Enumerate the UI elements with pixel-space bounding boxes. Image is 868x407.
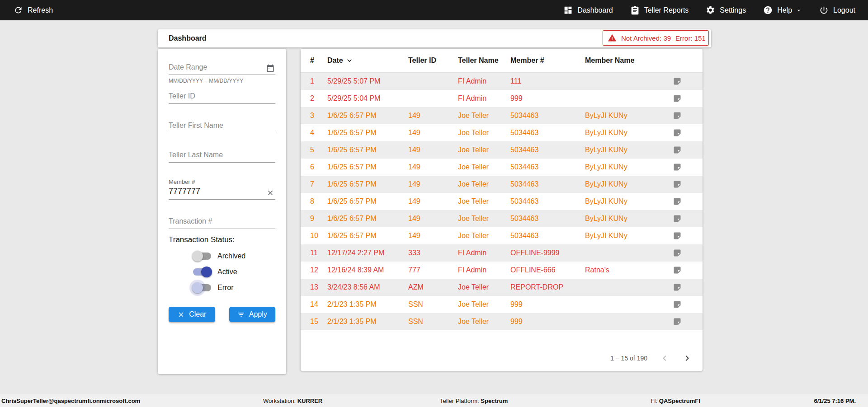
date-range-group: MM/DD/YYYY – MM/DD/YYYY xyxy=(169,61,275,84)
top-navigation-bar: Refresh Dashboard Teller Reports Setting… xyxy=(0,0,868,20)
row-date: 1/6/25 6:57 PM xyxy=(327,232,408,240)
nav-logout[interactable]: Logout xyxy=(819,5,855,15)
chevron-left-icon xyxy=(659,353,670,364)
member-number-input[interactable] xyxy=(169,186,275,200)
note-icon[interactable] xyxy=(673,266,682,275)
nav-help[interactable]: Help xyxy=(763,5,802,15)
row-teller-name: Joe Teller xyxy=(458,232,510,240)
nav-label: Logout xyxy=(833,6,855,14)
current-datetime: 6/1/25 7:16 PM. xyxy=(814,398,856,404)
table-row[interactable]: 4 1/6/25 6:57 PM 149 Joe Teller 5034463 … xyxy=(301,124,703,141)
error-count: Error: 151 xyxy=(675,34,706,42)
table-row[interactable]: 7 1/6/25 6:57 PM 149 Joe Teller 5034463 … xyxy=(301,176,703,193)
teller-first-name-group xyxy=(169,120,275,133)
next-page-button[interactable] xyxy=(682,353,693,364)
nav-dashboard[interactable]: Dashboard xyxy=(563,5,613,15)
previous-page-button[interactable] xyxy=(659,353,670,364)
note-icon[interactable] xyxy=(673,180,682,189)
note-icon[interactable] xyxy=(673,128,682,137)
clear-button[interactable]: Clear xyxy=(169,307,215,322)
table-row[interactable]: 1 5/29/25 5:07 PM FI Admin 111 xyxy=(301,73,703,90)
note-icon[interactable] xyxy=(673,111,682,120)
row-teller-name: Joe Teller xyxy=(458,318,510,326)
table-row[interactable]: 3 1/6/25 6:57 PM 149 Joe Teller 5034463 … xyxy=(301,107,703,124)
table-row[interactable]: 6 1/6/25 6:57 PM 149 Joe Teller 5034463 … xyxy=(301,159,703,176)
row-date: 1/6/25 6:57 PM xyxy=(327,215,408,223)
row-date: 12/17/24 2:27 PM xyxy=(327,249,408,257)
calendar-icon[interactable] xyxy=(266,64,274,72)
row-number: 15 xyxy=(310,318,327,326)
note-icon[interactable] xyxy=(673,300,682,309)
row-date: 3/24/23 8:56 AM xyxy=(327,283,408,291)
pagination: 1 – 15 of 190 xyxy=(610,353,693,364)
error-toggle[interactable] xyxy=(193,284,211,291)
table-row[interactable]: 9 1/6/25 6:57 PM 149 Joe Teller 5034463 … xyxy=(301,210,703,227)
col-member-name: Member Name xyxy=(585,56,673,65)
note-icon[interactable] xyxy=(673,214,682,223)
row-teller-name: Joe Teller xyxy=(458,163,510,171)
row-teller-id: 149 xyxy=(408,163,458,171)
teller-last-name-input[interactable] xyxy=(169,149,275,163)
row-member-name: ByLyJI KUNy xyxy=(585,112,673,120)
table-row[interactable]: 8 1/6/25 6:57 PM 149 Joe Teller 5034463 … xyxy=(301,193,703,210)
nav-settings[interactable]: Settings xyxy=(706,5,746,15)
date-format-hint: MM/DD/YYYY – MM/DD/YYYY xyxy=(169,78,275,84)
row-member-name: ByLyJI KUNy xyxy=(585,163,673,171)
date-range-input[interactable] xyxy=(169,61,275,75)
teller-first-name-input[interactable] xyxy=(169,120,275,133)
row-number: 1 xyxy=(310,77,327,85)
row-member-number: 5034463 xyxy=(510,180,585,188)
note-icon[interactable] xyxy=(673,231,682,240)
status-alert-badge[interactable]: Not Archived: 39 Error: 151 xyxy=(603,30,709,46)
row-number: 5 xyxy=(310,146,327,154)
table-row[interactable]: 11 12/17/24 2:27 PM 333 FI Admin OFFLINE… xyxy=(301,244,703,262)
row-date: 2/1/23 1:35 PM xyxy=(327,318,408,326)
refresh-button[interactable]: Refresh xyxy=(14,5,53,15)
dashboard-icon xyxy=(563,5,573,15)
apply-button[interactable]: Apply xyxy=(229,307,276,322)
row-number: 11 xyxy=(310,249,327,257)
row-number: 4 xyxy=(310,129,327,137)
row-member-number: 999 xyxy=(510,94,585,103)
row-note-cell xyxy=(673,317,703,326)
logged-in-user: ChrisSuperTeller@qaspectrumfi.onmicrosof… xyxy=(1,398,140,404)
row-member-name: Ratna's xyxy=(585,266,673,274)
table-row[interactable]: 14 2/1/23 1:35 PM SSN Joe Teller 999 xyxy=(301,296,703,313)
active-toggle[interactable] xyxy=(193,268,211,276)
table-row[interactable]: 2 5/29/25 5:04 PM FI Admin 999 xyxy=(301,90,703,107)
table-row[interactable]: 13 3/24/23 8:56 AM AZM Joe Teller REPORT… xyxy=(301,279,703,296)
note-icon[interactable] xyxy=(673,283,682,292)
col-date[interactable]: Date xyxy=(327,56,408,65)
note-icon[interactable] xyxy=(673,317,682,326)
transaction-number-group xyxy=(169,215,275,229)
archived-toggle[interactable] xyxy=(193,253,211,260)
transaction-number-input[interactable] xyxy=(169,215,275,229)
table-row[interactable]: 12 12/16/24 8:39 AM 777 FI Admin OFFLINE… xyxy=(301,262,703,279)
row-member-number: OFFLINE-9999 xyxy=(510,249,585,257)
nav-teller-reports[interactable]: Teller Reports xyxy=(630,5,689,15)
teller-reports-icon xyxy=(630,5,640,15)
note-icon[interactable] xyxy=(673,94,682,103)
row-number: 3 xyxy=(310,112,327,120)
teller-id-input[interactable] xyxy=(169,90,275,104)
status-bar: ChrisSuperTeller@qaspectrumfi.onmicrosof… xyxy=(0,394,868,407)
archived-toggle-label: Archived xyxy=(217,252,245,260)
row-teller-name: Joe Teller xyxy=(458,283,510,291)
note-icon[interactable] xyxy=(673,163,682,172)
clear-member-icon[interactable] xyxy=(266,189,274,197)
note-icon[interactable] xyxy=(673,197,682,206)
note-icon[interactable] xyxy=(673,77,682,86)
col-teller-name: Teller Name xyxy=(458,56,510,65)
teller-last-name-group xyxy=(169,149,275,163)
note-icon[interactable] xyxy=(673,145,682,154)
col-teller-id: Teller ID xyxy=(408,56,458,65)
top-nav-items: Dashboard Teller Reports Settings Help L… xyxy=(563,5,855,15)
col-num: # xyxy=(310,56,327,65)
row-number: 12 xyxy=(310,266,327,274)
note-icon[interactable] xyxy=(673,248,682,257)
table-row[interactable]: 5 1/6/25 6:57 PM 149 Joe Teller 5034463 … xyxy=(301,141,703,159)
table-row[interactable]: 15 2/1/23 1:35 PM SSN Joe Teller 999 xyxy=(301,313,703,330)
refresh-icon xyxy=(14,5,23,15)
row-teller-id: 149 xyxy=(408,129,458,137)
table-row[interactable]: 10 1/6/25 6:57 PM 149 Joe Teller 5034463… xyxy=(301,227,703,244)
